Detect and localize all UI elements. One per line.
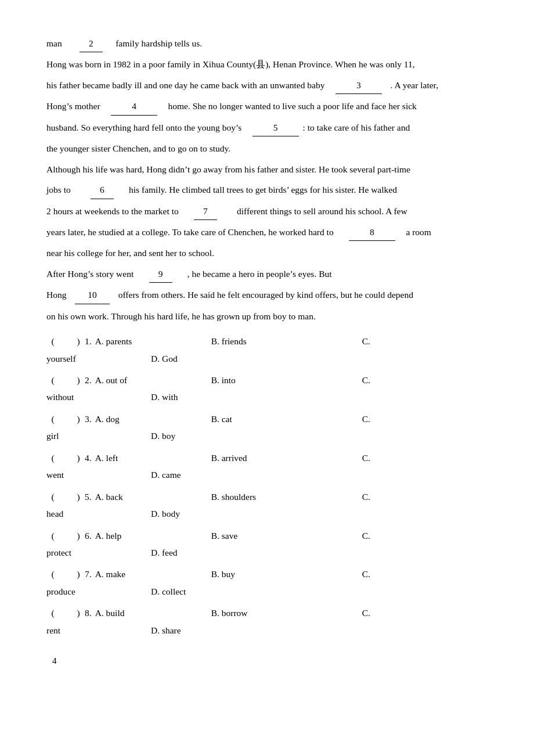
q8-c[interactable]: C. — [362, 604, 370, 621]
q7-c[interactable]: C. — [362, 566, 370, 582]
q6-c[interactable]: C. — [362, 527, 370, 544]
question-3-row2: girl D. boy — [46, 427, 488, 444]
q6-d[interactable]: D. feed — [151, 544, 178, 561]
q2-paren-open[interactable]: ( — [46, 372, 59, 388]
q8-a[interactable]: A. build — [95, 604, 211, 621]
q4-d[interactable]: D. came — [151, 466, 181, 483]
q1-a[interactable]: A. parents — [95, 333, 211, 350]
q1-d-label: yourself — [46, 350, 151, 367]
q3-c[interactable]: C. — [362, 411, 370, 427]
passage-para8: 2 hours at weekends to the market to 7 d… — [46, 203, 488, 220]
q6-a[interactable]: A. help — [95, 527, 211, 544]
blank-8: 8 — [349, 224, 395, 241]
blank-6: 6 — [91, 181, 114, 199]
question-1-row1: ( ) 1. A. parents B. friends C. — [46, 333, 488, 350]
q2-d-label: without — [46, 388, 151, 405]
q7-b[interactable]: B. buy — [211, 566, 362, 582]
q1-paren-close: ) — [72, 333, 85, 350]
question-8-row2: rent D. share — [46, 622, 488, 639]
q3-answer-blank[interactable] — [59, 411, 72, 427]
q2-b[interactable]: B. into — [211, 372, 362, 388]
q4-c[interactable]: C. — [362, 449, 370, 466]
q5-answer-blank[interactable] — [59, 488, 72, 505]
q3-d[interactable]: D. boy — [151, 427, 175, 444]
q4-b[interactable]: B. arrived — [211, 449, 362, 466]
q5-b[interactable]: B. shoulders — [211, 488, 362, 505]
q8-d-label: rent — [46, 622, 151, 639]
passage-line1: man 2 family hardship tells us. — [46, 35, 488, 52]
q3-b[interactable]: B. cat — [211, 411, 362, 427]
q1-answer-blank[interactable] — [59, 333, 72, 350]
q7-paren-open[interactable]: ( — [46, 566, 59, 582]
passage-para9: years later, he studied at a college. To… — [46, 224, 488, 241]
q6-paren-close: ) — [72, 527, 85, 544]
q8-b[interactable]: B. borrow — [211, 604, 362, 621]
passage-para12: Hong 10 offers from others. He said he f… — [46, 286, 488, 304]
q8-paren-open[interactable]: ( — [46, 604, 59, 621]
question-8-row1: ( ) 8. A. build B. borrow C. — [46, 604, 488, 621]
q4-d-label: went — [46, 466, 151, 483]
q2-c[interactable]: C. — [362, 372, 370, 388]
q3-a[interactable]: A. dog — [95, 411, 211, 427]
choices-section: ( ) 1. A. parents B. friends C. yourself… — [46, 333, 488, 639]
q5-num: 5. — [85, 488, 92, 505]
q5-a[interactable]: A. back — [95, 488, 211, 505]
question-4-row2: went D. came — [46, 466, 488, 483]
blank-4: 4 — [111, 98, 157, 115]
q4-paren-open[interactable]: ( — [46, 449, 59, 466]
q1-d[interactable]: D. God — [151, 350, 178, 367]
q1-b[interactable]: B. friends — [211, 333, 362, 350]
passage-para2: his father became badly ill and one day … — [46, 77, 488, 94]
q6-answer-blank[interactable] — [59, 527, 72, 544]
q7-num: 7. — [85, 566, 92, 582]
question-6-row2: protect D. feed — [46, 544, 488, 561]
content-area: man 2 family hardship tells us. Hong was… — [46, 35, 488, 666]
q7-paren-close: ) — [72, 566, 85, 582]
question-5-row2: head D. body — [46, 505, 488, 522]
q7-d[interactable]: D. collect — [151, 583, 186, 600]
question-5-row1: ( ) 5. A. back B. shoulders C. — [46, 488, 488, 505]
q5-paren-close: ) — [72, 488, 85, 505]
q8-answer-blank[interactable] — [59, 604, 72, 621]
q5-paren-open[interactable]: ( — [46, 488, 59, 505]
passage-para11: After Hong’s story went 9 , he became a … — [46, 265, 488, 283]
passage-para6: Although his life was hard, Hong didn’t … — [46, 161, 488, 178]
q6-b[interactable]: B. save — [211, 527, 362, 544]
q2-paren-close: ) — [72, 372, 85, 388]
q1-c[interactable]: C. — [362, 333, 370, 350]
q3-paren-close: ) — [72, 411, 85, 427]
q4-answer-blank[interactable] — [59, 449, 72, 466]
q3-d-label: girl — [46, 427, 151, 444]
question-2-row2: without D. with — [46, 388, 488, 405]
question-7-row2: produce D. collect — [46, 583, 488, 600]
q2-answer-blank[interactable] — [59, 372, 72, 388]
passage-para5: the younger sister Chenchen, and to go o… — [46, 140, 488, 157]
blank-7: 7 — [194, 203, 217, 220]
question-3-row1: ( ) 3. A. dog B. cat C. — [46, 411, 488, 427]
q1-paren-open[interactable]: ( — [46, 333, 59, 350]
q7-answer-blank[interactable] — [59, 566, 72, 582]
q4-paren-close: ) — [72, 449, 85, 466]
q2-a[interactable]: A. out of — [95, 372, 211, 388]
blank-10: 10 — [75, 286, 110, 304]
blank-9: 9 — [149, 265, 172, 283]
q3-paren-open[interactable]: ( — [46, 411, 59, 427]
q2-d[interactable]: D. with — [151, 388, 178, 405]
q8-num: 8. — [85, 604, 92, 621]
q6-num: 6. — [85, 527, 92, 544]
q5-d[interactable]: D. body — [151, 505, 180, 522]
q4-a[interactable]: A. left — [95, 449, 211, 466]
q3-num: 3. — [85, 411, 92, 427]
passage-para1: Hong was born in 1982 in a poor family i… — [46, 56, 488, 73]
q7-a[interactable]: A. make — [95, 566, 211, 582]
blank-3: 3 — [335, 77, 382, 94]
line1-rest: family hardship tells us. — [116, 38, 202, 48]
passage-para4: husband. So everything hard fell onto th… — [46, 119, 488, 136]
q6-paren-open[interactable]: ( — [46, 527, 59, 544]
q5-c[interactable]: C. — [362, 488, 370, 505]
question-1-row2: yourself D. God — [46, 350, 488, 367]
question-7-row1: ( ) 7. A. make B. buy C. — [46, 566, 488, 582]
q8-paren-close: ) — [72, 604, 85, 621]
q8-d[interactable]: D. share — [151, 622, 181, 639]
blank-5: 5 — [252, 119, 299, 136]
